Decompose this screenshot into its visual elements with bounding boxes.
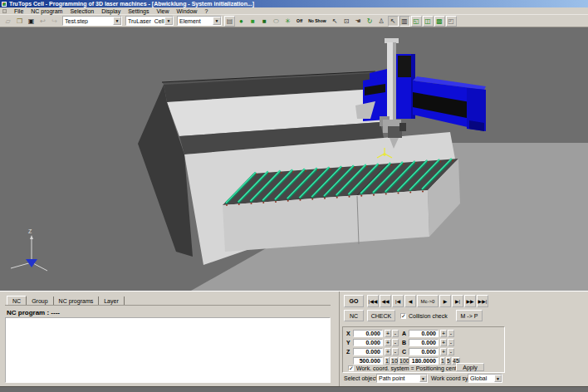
save-icon[interactable]: ▣ (26, 16, 37, 27)
mc-zero-button[interactable]: Mc->0 (417, 295, 439, 307)
chevron-down-icon[interactable]: ▼ (164, 17, 173, 25)
wcs-checkbox-box[interactable]: ✓ (348, 365, 354, 371)
nc-button[interactable]: NC (344, 310, 364, 321)
file-combo[interactable]: Test.step▼ (62, 16, 122, 26)
collision-checkbox-box[interactable]: ✓ (400, 313, 406, 319)
axis-minus-A[interactable]: - (448, 330, 454, 337)
axis-plus-B[interactable]: + (440, 339, 447, 346)
axis-field-Z[interactable]: 0.000 (353, 348, 383, 355)
axis-label-X: X (346, 331, 350, 336)
axis-minus-C[interactable]: - (448, 348, 454, 355)
measure-button: ▥ (401, 16, 408, 27)
pick-cursor-icon[interactable]: ↖ (330, 16, 341, 27)
menu-settings[interactable]: Settings (128, 7, 149, 15)
axis-field-X[interactable]: 0.000 (353, 330, 383, 337)
solid-cube-icon[interactable]: ■ (247, 16, 258, 27)
wire-ellipse-icon[interactable]: ⬭ (271, 16, 282, 27)
axis-plus-A[interactable]: + (440, 330, 447, 337)
pick-region-icon[interactable]: ⊡ (341, 16, 352, 27)
axis-plus-X[interactable]: + (385, 330, 391, 337)
rotate-view-icon[interactable]: ↻ (365, 16, 375, 27)
undo-icon[interactable]: ↩ (37, 16, 48, 27)
axis-minus-B[interactable]: - (448, 339, 454, 346)
machine-combo[interactable]: TruLaser_Cell_704▼ (125, 16, 174, 26)
selection-combo[interactable]: Element▼ (177, 16, 222, 26)
collision-check-checkbox[interactable]: ✓Collision check (400, 312, 448, 320)
go-button[interactable]: GO (344, 295, 364, 307)
measure-button[interactable]: ▥ (399, 16, 410, 27)
linear-step-10-button[interactable]: 10 (390, 357, 398, 365)
fast-back-button[interactable]: ◀◀ (380, 295, 391, 307)
pick-region-icon: ⊡ (344, 16, 350, 27)
chevron-down-icon[interactable]: ▼ (113, 17, 121, 25)
new-file-icon[interactable]: ▱ (2, 16, 13, 27)
nc-program-list[interactable] (5, 317, 331, 383)
solid-cube-dark-icon: ■ (262, 16, 267, 27)
rotate-view-icon: ↻ (367, 16, 373, 27)
forward-end-button[interactable]: ▶▶| (477, 295, 488, 307)
step-back-button[interactable]: |◀ (392, 295, 404, 307)
angular-step-1-button[interactable]: 1 (440, 357, 445, 365)
axis-field-B[interactable]: 0.000 (409, 339, 439, 346)
axis-plus-Z[interactable]: + (385, 348, 391, 355)
select-object-dropdown[interactable]: Path point ▼ (376, 374, 428, 383)
mannequin-icon[interactable]: ♙ (376, 16, 387, 27)
menu-window[interactable]: Window (177, 7, 198, 15)
axis-minus-X[interactable]: - (392, 330, 399, 337)
axis-field-C[interactable]: 0.000 (409, 348, 439, 355)
3d-viewport[interactable]: Z (0, 27, 588, 291)
snapshot-icon[interactable]: ◰ (446, 16, 457, 27)
solid-cube-dark-icon[interactable]: ■ (259, 16, 270, 27)
menu-selection[interactable]: Selection (70, 7, 94, 15)
shaded-sphere-icon[interactable]: ● (236, 16, 247, 27)
redo-icon[interactable]: ↪ (49, 16, 60, 27)
axis-field-A[interactable]: 0.000 (409, 330, 439, 337)
check-button[interactable]: CHECK (367, 310, 395, 321)
angular-step-field[interactable]: 180.0000 (409, 357, 439, 365)
refresh-view-icon[interactable]: ▩ (434, 16, 445, 27)
menu-?[interactable]: ? (204, 7, 208, 15)
bottom-dock: NCGroupNC programsLayer NC program : ---… (0, 291, 588, 392)
linear-step-1-button[interactable]: 1 (385, 357, 390, 365)
off-button[interactable]: Off (294, 16, 305, 27)
step-forward-button[interactable]: ▶| (452, 295, 463, 307)
laser-gantry[interactable] (355, 38, 486, 131)
wcs-checkbox[interactable]: ✓Work. coord. system = Positioning cente… (348, 365, 462, 372)
menu-file[interactable]: File (14, 7, 23, 15)
tile-windows-icon[interactable]: ◫ (423, 16, 434, 27)
open-file-icon: ❒ (17, 16, 22, 27)
menu-bar: FileNC programSelectionDisplaySettingsVi… (0, 7, 588, 15)
select-mode-button[interactable]: ↖ (388, 16, 399, 27)
fast-forward-button[interactable]: ▶▶ (464, 295, 476, 307)
menu-display[interactable]: Display (101, 7, 120, 15)
work-coord-dropdown[interactable]: Global ▼ (468, 374, 502, 383)
solid-cube-icon: ■ (251, 16, 255, 27)
chevron-down-icon[interactable]: ▼ (213, 17, 221, 25)
rewind-start-button[interactable]: |◀◀ (367, 295, 379, 307)
menu-nc-program[interactable]: NC program (31, 7, 62, 15)
axis-plus-C[interactable]: + (440, 348, 447, 355)
open-file-icon[interactable]: ❒ (14, 16, 25, 27)
back-button[interactable]: ◀ (404, 295, 416, 307)
model-tree-icon[interactable]: ▤ (224, 16, 235, 27)
import-view-icon[interactable]: ◱ (411, 16, 422, 27)
axis-minus-Z[interactable]: - (392, 348, 399, 355)
menu-view[interactable]: View (156, 7, 169, 15)
forward-button[interactable]: ▶ (439, 295, 451, 307)
no-show-button[interactable]: No Show (306, 16, 328, 27)
axis-label-A: A (402, 331, 406, 336)
mesh-view-icon[interactable]: ✳ (282, 16, 293, 27)
hand-pick-icon[interactable]: ☚ (353, 16, 364, 27)
chevron-down-icon[interactable]: ▼ (419, 375, 427, 382)
apply-button[interactable]: Apply (456, 363, 484, 371)
axis-field-Y[interactable]: 0.000 (353, 339, 383, 346)
angular-step-5-button[interactable]: 5 (446, 357, 451, 365)
m-to-p-button[interactable]: M -> P (456, 310, 483, 321)
axis-minus-Y[interactable]: - (392, 339, 399, 346)
mannequin-icon: ♙ (379, 16, 385, 27)
app-icon (2, 2, 7, 7)
chevron-down-icon[interactable]: ▼ (494, 375, 502, 382)
axis-plus-Y[interactable]: + (385, 339, 391, 346)
select-mode-button: ↖ (390, 16, 396, 27)
linear-step-field[interactable]: 500.000 (353, 357, 383, 365)
